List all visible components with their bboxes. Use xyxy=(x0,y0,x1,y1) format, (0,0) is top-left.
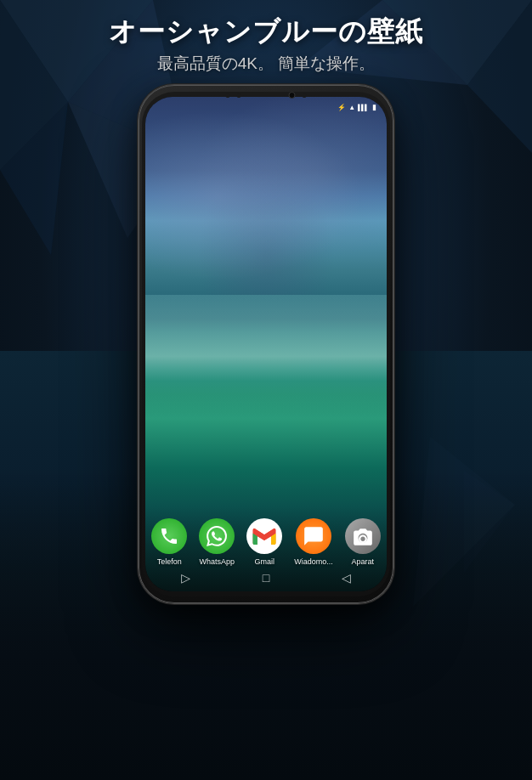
signal-bars: ▌▌▌ xyxy=(358,105,368,110)
messages-icon[interactable] xyxy=(296,518,331,554)
app-gmail[interactable]: Gmail xyxy=(246,518,282,566)
telefon-icon[interactable] xyxy=(151,518,187,554)
nav-back[interactable]: ◁ xyxy=(181,571,190,585)
camera-notch xyxy=(226,92,307,99)
nav-home[interactable]: □ xyxy=(263,571,269,585)
wifi-icon: ▲ xyxy=(348,104,355,111)
screen-clouds xyxy=(145,97,387,295)
status-icons: ⚡ ▲ ▌▌▌ ▮ xyxy=(337,103,376,111)
app-telefon[interactable]: Telefon xyxy=(151,518,187,566)
status-bar: ⚡ ▲ ▌▌▌ ▮ xyxy=(145,97,387,117)
app-messages[interactable]: Wiadomo... xyxy=(294,518,333,566)
speaker-bar xyxy=(248,93,282,97)
whatsapp-icon[interactable] xyxy=(199,518,235,554)
header: オーシャンブルーの壁紙 最高品質の4K。 簡単な操作。 xyxy=(0,0,532,75)
nav-recent[interactable]: ◁ xyxy=(342,571,351,585)
title-main: オーシャンブルーの壁紙 xyxy=(0,15,532,48)
decorative-triangles xyxy=(413,437,515,610)
app-whatsapp[interactable]: WhatsApp xyxy=(199,518,235,566)
screen-wave xyxy=(145,295,387,419)
phone-mockup: ⚡ ▲ ▌▌▌ ▮ xyxy=(139,85,393,603)
phone-screen: ⚡ ▲ ▌▌▌ ▮ xyxy=(145,97,387,591)
screen-wallpaper: ⚡ ▲ ▌▌▌ ▮ xyxy=(145,97,387,591)
gmail-icon[interactable] xyxy=(246,518,282,554)
title-sub: 最高品質の4K。 簡単な操作。 xyxy=(0,53,532,75)
camera-dot-right xyxy=(303,93,307,98)
app-camera[interactable]: Aparat xyxy=(345,518,381,566)
nav-bar: ◁ □ ◁ xyxy=(145,564,387,591)
camera-icon[interactable] xyxy=(345,518,381,554)
front-camera xyxy=(289,92,296,99)
camera-dot-left xyxy=(226,93,230,98)
phone-frame: ⚡ ▲ ▌▌▌ ▮ xyxy=(139,85,393,603)
battery-icon: ▮ xyxy=(372,103,376,111)
camera-dot-2 xyxy=(237,93,241,98)
bluetooth-icon: ⚡ xyxy=(337,104,346,111)
